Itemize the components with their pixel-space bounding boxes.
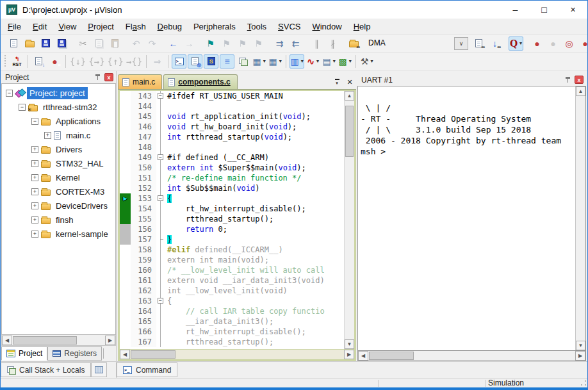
expand-icon[interactable]: + bbox=[31, 188, 38, 195]
menu-peripherals[interactable]: Peripherals bbox=[188, 20, 241, 33]
enable-disable-breakpoint-button[interactable]: ● bbox=[546, 37, 560, 51]
disable-all-breakpoints-button[interactable]: ◎ bbox=[562, 37, 576, 51]
code-line-144[interactable]: 144 bbox=[120, 101, 344, 111]
uart-vscrollbar[interactable]: ▲ ▼ bbox=[575, 86, 585, 350]
scroll-right-icon[interactable]: ▶ bbox=[344, 350, 354, 359]
bookmark-clear-all-button[interactable]: ⚑ bbox=[251, 37, 266, 51]
tab-command[interactable]: >_ Command bbox=[117, 362, 177, 377]
tree-item-main-c[interactable]: +main.c bbox=[2, 128, 115, 142]
code-line-167[interactable]: 167 rtthread_startup(); bbox=[120, 337, 344, 347]
collapse-icon[interactable]: − bbox=[6, 90, 13, 97]
menu-file[interactable]: File bbox=[2, 20, 27, 33]
scroll-thumb[interactable] bbox=[131, 350, 176, 359]
code-line-161[interactable]: 161extern void __iar_data_init3(void) bbox=[120, 275, 344, 286]
undo-button[interactable]: ↶ bbox=[129, 37, 143, 51]
menu-window[interactable]: Window bbox=[306, 20, 347, 33]
window-list-icon[interactable]: ▾ bbox=[331, 76, 343, 88]
minimize-button[interactable]: – bbox=[501, 1, 530, 19]
scroll-thumb[interactable] bbox=[345, 106, 354, 157]
step-out-button[interactable]: {↑} bbox=[107, 54, 124, 69]
editor-tab-main-c[interactable]: main.c bbox=[118, 74, 162, 89]
menu-tools[interactable]: Tools bbox=[241, 20, 272, 33]
scroll-right-icon[interactable]: ▶ bbox=[105, 336, 115, 345]
expand-icon[interactable]: + bbox=[31, 231, 38, 238]
open-file-button[interactable] bbox=[22, 37, 37, 51]
serial-windows-button[interactable]: ▥▾ bbox=[290, 54, 304, 69]
project-panel-close-icon[interactable]: x bbox=[104, 73, 113, 81]
tree-item-cortex-m3[interactable]: +CORTEX-M3 bbox=[2, 184, 115, 199]
resize-grip[interactable] bbox=[579, 379, 587, 387]
code-line-160[interactable]: 160/* __low_level_init will auto call bbox=[120, 265, 344, 275]
bookmark-next-button[interactable]: ⚑ bbox=[235, 37, 250, 51]
step-over-button[interactable]: {→} bbox=[88, 54, 105, 69]
code-line-146[interactable]: 146void rt_hw_board_init(void); bbox=[120, 122, 344, 132]
code-line-157[interactable]: 157} bbox=[120, 234, 344, 245]
menu-debug[interactable]: Debug bbox=[152, 20, 188, 33]
project-tree-hscrollbar[interactable]: ◀ ▶ bbox=[1, 335, 116, 346]
bookmark-toggle-button[interactable]: ⚑ bbox=[203, 37, 218, 51]
menu-project[interactable]: Project bbox=[82, 20, 119, 33]
memory-window-button[interactable]: ▦▾ bbox=[268, 54, 282, 69]
watch-window-button[interactable]: ▦▾ bbox=[252, 54, 266, 69]
code-line-151[interactable]: 151/* re-define main function */ bbox=[120, 173, 344, 183]
menu-view[interactable]: View bbox=[53, 20, 82, 33]
scroll-left-icon[interactable]: ◀ bbox=[120, 350, 130, 359]
code-line-162[interactable]: 162int __low_level_init(void) bbox=[120, 286, 344, 296]
code-line-149[interactable]: 149−#if defined (__CC_ARM) bbox=[120, 152, 344, 163]
code-line-150[interactable]: 150extern int $Super$$main(void); bbox=[120, 163, 344, 173]
combo-dropdown-icon[interactable]: ∨ bbox=[454, 37, 468, 50]
stop-button[interactable]: ●× bbox=[47, 54, 62, 69]
code-line-159[interactable]: 159extern int main(void); bbox=[120, 255, 344, 265]
code-line-143[interactable]: 143−#ifdef RT_USING_USER_MAIN bbox=[120, 91, 344, 101]
close-document-icon[interactable]: ✕ bbox=[343, 76, 356, 88]
code-line-165[interactable]: 165 __iar_data_init3(); bbox=[120, 316, 344, 327]
fold-collapse-icon[interactable]: − bbox=[158, 298, 163, 304]
indent-left-button[interactable]: ⇇ bbox=[288, 37, 303, 51]
tree-item-drivers[interactable]: +Drivers bbox=[2, 142, 115, 156]
fold-collapse-icon[interactable]: − bbox=[158, 154, 163, 160]
save-button[interactable] bbox=[38, 37, 53, 51]
editor-vscrollbar[interactable]: ▲ ▼ bbox=[344, 91, 354, 349]
disassembly-window-button[interactable]: ◎ bbox=[188, 54, 202, 69]
redo-button[interactable]: ↷ bbox=[145, 37, 159, 51]
incremental-find-button[interactable]: ↓∞ bbox=[487, 37, 502, 51]
tree-item-kernel-sample[interactable]: +kernel-sample bbox=[2, 227, 115, 241]
scroll-down-icon[interactable]: ▼ bbox=[345, 339, 354, 349]
navigate-back-button[interactable]: ← bbox=[166, 37, 181, 51]
collapse-icon[interactable]: − bbox=[31, 118, 38, 125]
scroll-right-icon[interactable]: ▶ bbox=[575, 351, 585, 361]
expand-icon[interactable]: + bbox=[31, 216, 38, 223]
scroll-left-icon[interactable]: ◀ bbox=[2, 336, 12, 345]
find-combo-value[interactable]: DMA bbox=[364, 37, 454, 50]
expand-icon[interactable]: + bbox=[44, 132, 51, 139]
save-all-button[interactable] bbox=[54, 37, 69, 51]
system-viewer-button[interactable]: ▩▾ bbox=[338, 54, 352, 69]
collapse-icon[interactable]: − bbox=[19, 104, 26, 111]
command-window-button[interactable]: >_ bbox=[172, 54, 186, 69]
kill-all-breakpoints-button[interactable]: ●× bbox=[578, 37, 588, 51]
tree-item-finsh[interactable]: +finsh bbox=[2, 213, 115, 227]
code-line-166[interactable]: 166 rt_hw_interrupt_disable(); bbox=[120, 327, 344, 337]
code-line-158[interactable]: 158#elif defined(__ICCARM__) bbox=[120, 245, 344, 255]
uncomment-selection-button[interactable]: ∦ bbox=[325, 37, 340, 51]
code-line-147[interactable]: 147int rtthread_startup(void); bbox=[120, 132, 344, 142]
code-line-163[interactable]: 163−{ bbox=[120, 296, 344, 306]
tree-item-kernel[interactable]: +Kernel bbox=[2, 170, 115, 184]
maximize-button[interactable]: □ bbox=[530, 1, 559, 19]
indent-right-button[interactable]: ⇉ bbox=[272, 37, 287, 51]
find-lens-button[interactable]: Q▾ bbox=[509, 37, 523, 51]
run-to-cursor-button[interactable]: →{} bbox=[126, 54, 143, 69]
trace-window-button[interactable]: ▤▾ bbox=[322, 54, 336, 69]
run-button[interactable]: ↓ bbox=[31, 54, 46, 69]
scroll-up-icon[interactable]: ▲ bbox=[345, 91, 354, 101]
fold-collapse-icon[interactable]: − bbox=[158, 93, 163, 99]
find-in-files-button[interactable]: ∞ bbox=[347, 37, 361, 51]
scroll-left-icon[interactable]: ◀ bbox=[358, 351, 368, 361]
code-line-152[interactable]: 152int $Sub$$main(void) bbox=[120, 183, 344, 193]
menu-svcs[interactable]: SVCS bbox=[272, 20, 306, 33]
code-line-156[interactable]: 156 return 0; bbox=[120, 224, 344, 234]
menu-edit[interactable]: Edit bbox=[27, 20, 53, 33]
code-line-153[interactable]: ▶153−{ bbox=[120, 193, 344, 204]
code-area[interactable]: 143−#ifdef RT_USING_USER_MAIN144145void … bbox=[120, 91, 344, 349]
reset-cpu-button[interactable]: ↰RST bbox=[10, 54, 24, 69]
